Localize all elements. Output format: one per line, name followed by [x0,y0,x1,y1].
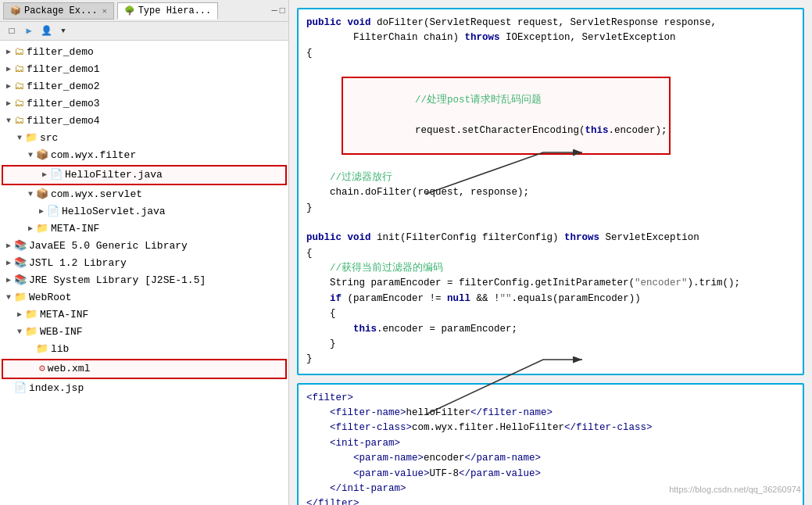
arrow-com-wyx-filter[interactable] [25,148,36,163]
tree-item-web-xml[interactable]: ⚙ web.xml [2,359,287,379]
toolbar-row: □ ▶ 👤 ▼ [0,22,288,41]
tree-item-filter-demo[interactable]: 🗂 filter_demo [0,44,288,61]
tab-package-close[interactable]: ✕ [102,6,107,16]
arrow-filter-demo3[interactable] [3,96,14,112]
tree-item-com-wyx-servlet[interactable]: 📦 com.wyx.servlet [0,186,288,203]
tree-item-hello-filter[interactable]: 📄 HelloFilter.java [2,165,287,185]
watermark: https://blog.csdn.net/qq_36260974 [669,485,801,494]
arrow-hello-filter[interactable] [39,167,50,183]
xml-line-4: <init-param> [306,436,795,451]
code-line-11: //获得当前过滤器的编码 [306,261,795,276]
tree-item-src[interactable]: 📁 src [0,130,288,147]
code-line-8 [306,216,795,231]
arrow-javaee[interactable] [3,238,14,254]
tree-item-jstl[interactable]: 📚 JSTL 1.2 Library [0,255,288,272]
toolbar-btn-2[interactable]: ▶ [22,24,36,38]
arrow-com-wyx-servlet[interactable] [25,187,36,202]
lib-icon-javaee: 📚 [14,238,27,254]
folder-icon-meta-inf-src: 📁 [36,221,48,237]
tree-item-lib[interactable]: 📁 lib [0,341,288,358]
code-line-4: //处理post请求时乱码问题 request.setCharacterEnco… [306,61,795,170]
tab-package-explorer[interactable]: 📦 Package Ex... ✕ [3,2,114,20]
tree-item-filter-demo1[interactable]: 🗂 filter_demo1 [0,61,288,78]
minimize-btn[interactable]: — [272,5,277,16]
pkg-icon-filter-demo3: 🗂 [14,96,24,112]
folder-icon-lib: 📁 [36,342,48,357]
label-jre: JRE System Library [J2SE-1.5] [29,273,206,288]
label-hello-servlet: HelloServlet.java [62,204,166,220]
arrow-filter-demo[interactable] [3,45,14,60]
xml-line-6: <param-value>UTF-8</param-value> [306,467,795,482]
label-com-wyx-servlet: com.wyx.servlet [51,187,142,202]
toolbar-btn-1[interactable]: □ [5,24,19,38]
folder-icon-web-inf: 📁 [25,324,38,340]
tree-item-web-inf[interactable]: 📁 WEB-INF [0,324,288,341]
label-javaee: JavaEE 5.0 Generic Library [29,238,188,254]
code-box-top: public void doFilter(ServletRequest requ… [297,8,804,375]
xml-line-1: <filter> [306,391,795,406]
arrow-filter-demo1[interactable] [3,62,14,77]
java-icon-hello-servlet: 📄 [47,204,59,220]
label-filter-demo4: filter_demo4 [27,113,100,129]
label-filter-demo2: filter_demo2 [27,79,100,95]
arrow-meta-inf-webroot[interactable] [14,307,25,323]
label-com-wyx-filter: com.wyx.filter [51,148,136,163]
tree-item-com-wyx-filter[interactable]: 📦 com.wyx.filter [0,147,288,164]
right-panel: public void doFilter(ServletRequest requ… [289,0,812,505]
label-filter-demo1: filter_demo1 [27,62,100,77]
code-line-16: } [306,337,795,352]
maximize-btn[interactable]: □ [280,5,285,16]
arrow-web-inf[interactable] [14,324,25,340]
arrow-filter-demo2[interactable] [3,79,14,95]
tree-item-webroot[interactable]: 📁 WebRoot [0,289,288,306]
tab-type-hierarchy[interactable]: 🌳 Type Hiera... [117,2,219,20]
toolbar-btn-3[interactable]: 👤 [39,24,53,38]
code-line-7: } [306,201,795,216]
pkg-icon-com-wyx-filter: 📦 [36,148,48,163]
arrow-filter-demo4[interactable] [3,113,14,129]
code-line-10: { [306,246,795,261]
arrow-jre[interactable] [3,273,14,288]
label-meta-inf-webroot: META-INF [40,307,88,323]
folder-icon-meta-inf-webroot: 📁 [25,307,38,323]
arrow-jstl[interactable] [3,256,14,271]
xml-line-3: <filter-class>com.wyx.filter.HelloFilter… [306,421,795,435]
xml-icon-web-xml: ⚙ [39,361,45,377]
tree-item-hello-servlet[interactable]: 📄 HelloServlet.java [0,203,288,220]
code-line-5: //过滤器放行 [306,170,795,185]
code-line-6: chain.doFilter(request, response); [306,185,795,200]
folder-icon-webroot: 📁 [14,290,27,306]
tab-bar: 📦 Package Ex... ✕ 🌳 Type Hiera... — □ [0,0,288,22]
lib-icon-jre: 📚 [14,273,27,288]
code-line-1: public void doFilter(ServletRequest requ… [306,16,795,30]
tab-hierarchy-label: Type Hiera... [138,5,212,16]
tree-item-filter-demo2[interactable]: 🗂 filter_demo2 [0,78,288,95]
arrow-meta-inf-src[interactable] [25,221,36,237]
pkg-icon-filter-demo1: 🗂 [14,62,24,77]
tree-item-jre[interactable]: 📚 JRE System Library [J2SE-1.5] [0,272,288,289]
tree-item-index-jsp[interactable]: 📄 index.jsp [0,380,288,397]
label-web-xml: web.xml [48,361,91,377]
toolbar-dropdown[interactable]: ▼ [56,24,70,38]
xml-line-5: <param-name>encoder</param-name> [306,451,795,466]
tree-item-meta-inf-src[interactable]: 📁 META-INF [0,220,288,238]
tree-item-meta-inf-webroot[interactable]: 📁 META-INF [0,306,288,324]
code-line-13: if (paramEncoder != null && !"".equals(p… [306,292,795,306]
tree-item-javaee[interactable]: 📚 JavaEE 5.0 Generic Library [0,238,288,255]
label-web-inf: WEB-INF [40,324,83,340]
arrow-src[interactable] [14,131,25,146]
label-webroot: WebRoot [29,290,72,306]
xml-line-8: </filter> [306,496,795,505]
arrow-webroot[interactable] [3,290,14,306]
code-line-14: { [306,306,795,321]
arrow-hello-servlet[interactable] [36,204,47,220]
label-index-jsp: index.jsp [29,381,84,396]
tree-item-filter-demo4[interactable]: 🗂 filter_demo4 [0,113,288,130]
code-line-12: String paramEncoder = filterConfig.getIn… [306,276,795,291]
code-line-17: } [306,352,795,367]
label-src: src [40,131,58,146]
hierarchy-icon: 🌳 [124,5,135,16]
tree-item-filter-demo3[interactable]: 🗂 filter_demo3 [0,95,288,113]
tree-container[interactable]: 🗂 filter_demo 🗂 filter_demo1 🗂 filter_de… [0,41,288,505]
pkg-icon-com-wyx-servlet: 📦 [36,187,48,202]
